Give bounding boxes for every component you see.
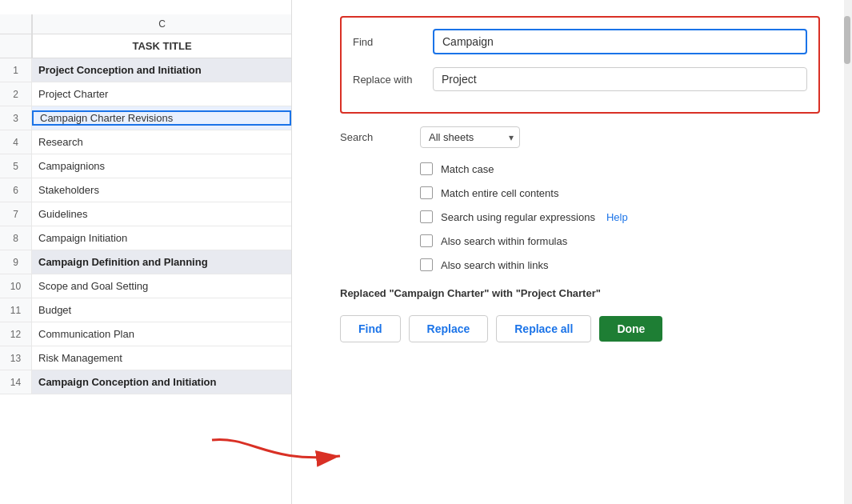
option-row-regex: Search using regular expressionsHelp — [420, 210, 820, 223]
cell-content: Research — [32, 136, 291, 148]
table-row[interactable]: 9Campaign Definition and Planning — [0, 250, 291, 274]
col-header-row: C — [0, 14, 291, 34]
replace-button[interactable]: Replace — [409, 315, 489, 342]
cell-content: Campaign Initiation — [32, 232, 291, 244]
option-row-within_formulas: Also search within formulas — [420, 234, 820, 247]
row-number: 12 — [0, 322, 32, 346]
sheet-rows: 1Project Conception and Initiation2Proje… — [0, 58, 291, 394]
cell-content: Communication Plan — [32, 328, 291, 340]
col-header-c: C — [32, 14, 291, 34]
checkbox-match_entire_cell[interactable] — [420, 186, 433, 199]
replace-all-button[interactable]: Replace all — [496, 315, 591, 342]
option-label-match_case: Match case — [441, 163, 494, 175]
option-row-match_case: Match case — [420, 162, 820, 175]
spreadsheet-panel: C TASK TITLE 1Project Conception and Ini… — [0, 0, 292, 504]
replace-input[interactable] — [433, 67, 807, 91]
table-row[interactable]: 8Campaign Initiation — [0, 226, 291, 250]
option-label-within_formulas: Also search within formulas — [441, 235, 567, 247]
cell-content: Project Conception and Initiation — [32, 64, 291, 76]
search-label: Search — [340, 131, 420, 143]
checkbox-regex[interactable] — [420, 210, 433, 223]
col-header-a — [0, 14, 32, 34]
cell-content: Campaign Definition and Planning — [32, 256, 291, 268]
table-row[interactable]: 11Budget — [0, 298, 291, 322]
table-row[interactable]: 5Campaignions — [0, 154, 291, 178]
checkbox-within_links[interactable] — [420, 258, 433, 271]
replace-label: Replace with — [353, 74, 433, 86]
inputs-red-box: Find Replace with — [340, 16, 820, 114]
scrollbar-thumb — [844, 16, 850, 64]
table-row[interactable]: 7Guidelines — [0, 202, 291, 226]
row-number: 10 — [0, 274, 32, 298]
option-row-within_links: Also search within links — [420, 258, 820, 271]
option-label-regex: Search using regular expressions — [441, 211, 595, 223]
find-input[interactable] — [433, 29, 807, 54]
table-row[interactable]: 14Campaign Conception and Initiation — [0, 370, 291, 394]
option-row-match_entire_cell: Match entire cell contents — [420, 186, 820, 199]
row-num-header — [0, 34, 32, 58]
cell-content: Campaign Charter Revisions — [32, 110, 291, 126]
table-row[interactable]: 6Stakeholders — [0, 178, 291, 202]
cell-content: Campaign Conception and Initiation — [32, 376, 291, 388]
checkbox-within_formulas[interactable] — [420, 234, 433, 247]
find-row: Find — [353, 29, 807, 54]
find-replace-form: Find Replace with Search All sheetsThis … — [340, 16, 820, 342]
row-number: 7 — [0, 202, 32, 226]
row-number: 5 — [0, 154, 32, 178]
search-row: Search All sheetsThis sheetSpecific rang… — [340, 126, 820, 148]
help-link-regex[interactable]: Help — [606, 211, 628, 223]
find-button[interactable]: Find — [340, 315, 401, 342]
replace-row: Replace with — [353, 67, 807, 91]
table-row[interactable]: 1Project Conception and Initiation — [0, 58, 291, 82]
search-select-wrapper[interactable]: All sheetsThis sheetSpecific range — [420, 126, 520, 148]
search-select[interactable]: All sheetsThis sheetSpecific range — [420, 126, 520, 148]
cell-content: Scope and Goal Setting — [32, 280, 291, 292]
row-number: 9 — [0, 250, 32, 274]
replaced-message: Replaced "Campaign Charter" with "Projec… — [340, 287, 820, 299]
row-number: 6 — [0, 178, 32, 202]
table-row[interactable]: 10Scope and Goal Setting — [0, 274, 291, 298]
checkbox-match_case[interactable] — [420, 162, 433, 175]
cell-content: Project Charter — [32, 88, 291, 100]
row-number: 13 — [0, 346, 32, 370]
options-section: Match caseMatch entire cell contentsSear… — [340, 162, 820, 271]
row-number: 11 — [0, 298, 32, 322]
table-row[interactable]: 13Risk Management — [0, 346, 291, 370]
table-row[interactable]: 12Communication Plan — [0, 322, 291, 346]
row-number: 4 — [0, 130, 32, 154]
cell-content: Budget — [32, 304, 291, 316]
table-row[interactable]: 2Project Charter — [0, 82, 291, 106]
row-number: 8 — [0, 226, 32, 250]
action-buttons: Find Replace Replace all Done — [340, 315, 820, 342]
row-number: 1 — [0, 58, 32, 82]
cell-content: Guidelines — [32, 208, 291, 220]
row-number: 3 — [0, 106, 32, 130]
cell-content: Stakeholders — [32, 184, 291, 196]
find-replace-dialog: Find Replace with Search All sheetsThis … — [316, 0, 844, 504]
table-row[interactable]: 4Research — [0, 130, 291, 154]
option-label-match_entire_cell: Match entire cell contents — [441, 187, 558, 199]
table-row[interactable]: 3Campaign Charter Revisions — [0, 106, 291, 130]
find-label: Find — [353, 36, 433, 48]
done-button[interactable]: Done — [599, 316, 662, 342]
option-label-within_links: Also search within links — [441, 259, 548, 271]
row-number: 2 — [0, 82, 32, 106]
cell-content: Campaignions — [32, 160, 291, 172]
cell-content: Risk Management — [32, 352, 291, 364]
row-number: 14 — [0, 370, 32, 394]
task-header-row: TASK TITLE — [0, 34, 291, 58]
task-title-header: TASK TITLE — [32, 34, 291, 58]
